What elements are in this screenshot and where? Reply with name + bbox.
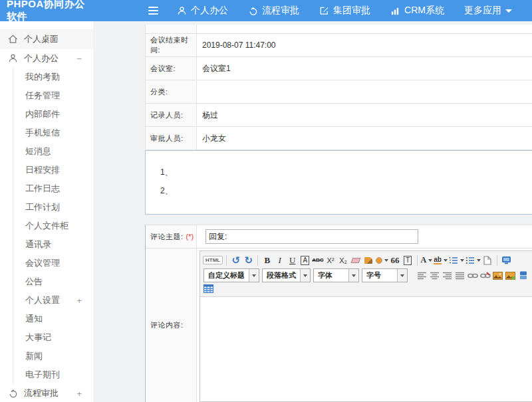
sidebar-item-personal-office[interactable]: 个人办公 − — [0, 49, 94, 68]
nav-group-approval[interactable]: 集团审批 — [319, 5, 370, 17]
highlight-color-button[interactable]: ab — [434, 254, 448, 266]
field-value: 2019-08-07 11:47:00 — [197, 34, 532, 56]
superscript-button[interactable]: X² — [325, 254, 336, 266]
top-bar: PHPOA协同办公软件 个人办公 流程审批 集团审批 CRM系统 更多应用 — [0, 0, 532, 21]
collapse-toggle[interactable]: − — [76, 54, 82, 64]
person-icon — [177, 6, 187, 16]
sidebar-item-task-management[interactable]: 任务管理 — [0, 86, 94, 105]
font-size-dropdown[interactable]: 字号 — [362, 268, 408, 282]
sidebar-item-workflow-approval[interactable]: 流程审批 + — [0, 384, 94, 402]
brush-icon — [364, 257, 372, 264]
expand-toggle[interactable]: + — [76, 389, 82, 399]
comment-subject-input[interactable] — [205, 229, 418, 244]
redo-button[interactable]: ↻ — [243, 254, 254, 266]
unordered-list-button[interactable] — [466, 254, 481, 266]
blockquote-button[interactable]: 66 — [390, 254, 401, 266]
toolbar-row-2: 自定义标题 段落格式 字体 字号 — [202, 268, 530, 283]
chevron-down-icon — [477, 259, 481, 262]
sidebar-item-major-events[interactable]: 大事记 — [0, 328, 94, 347]
eraser-button[interactable] — [350, 254, 362, 266]
sidebar-item-notice[interactable]: 通知 — [0, 310, 94, 328]
field-value — [197, 80, 532, 103]
sidebar-item-internal-mail[interactable]: 内部邮件 — [0, 105, 94, 124]
sidebar-item-news[interactable]: 新闻 — [0, 347, 94, 365]
document-icon — [483, 256, 491, 265]
align-left-button[interactable] — [416, 269, 428, 282]
sidebar-item-sms[interactable]: 手机短信 — [0, 124, 94, 142]
chevron-down-icon — [348, 269, 358, 282]
field-value: 杨过 — [197, 104, 532, 126]
hamburger-menu-icon[interactable] — [148, 7, 158, 15]
custom-heading-dropdown[interactable]: 自定义标题 — [203, 268, 259, 282]
table-icon — [203, 284, 213, 293]
fullscreen-button[interactable] — [501, 254, 512, 266]
insert-image-button[interactable] — [492, 269, 503, 282]
sidebar-item-work-plan[interactable]: 工作计划 — [0, 198, 94, 217]
format-painter-button[interactable] — [363, 254, 374, 266]
align-right-button[interactable] — [442, 269, 453, 282]
required-mark: (*) — [186, 233, 194, 241]
paragraph-format-dropdown[interactable]: 段落格式 — [262, 268, 311, 282]
comment-content-label: 评论内容: — [146, 249, 197, 402]
sidebar-item-personal-files[interactable]: 个人文件柜 — [0, 217, 94, 235]
comment-subject-row: 评论主题: (*) — [146, 225, 532, 249]
sidebar-item-announcement[interactable]: 公告 — [0, 272, 94, 291]
nav-label: 更多应用 — [464, 5, 501, 17]
nav-more-apps[interactable]: 更多应用 — [464, 5, 512, 17]
insert-link-button[interactable] — [467, 269, 478, 282]
html-source-button[interactable]: HTML — [203, 256, 223, 264]
align-left-icon — [418, 272, 427, 280]
nav-workflow-approval[interactable]: 流程审批 — [248, 5, 299, 17]
sidebar-item-personal-desktop[interactable]: 个人桌面 — [0, 29, 94, 49]
nav-label: 个人办公 — [191, 5, 228, 17]
underline-button[interactable]: U — [287, 254, 298, 266]
content-line: 1、 — [160, 163, 532, 181]
link-icon — [467, 272, 478, 279]
table-row-recorder: 记录人员: 杨过 — [146, 104, 532, 127]
editor-toolbar: HTML ↺ ↻ B I U A ABC X² X₂ — [200, 251, 532, 297]
sidebar-item-e-journal[interactable]: 电子期刊 — [0, 365, 94, 384]
insert-image-alt-button[interactable] — [505, 269, 516, 282]
sidebar-item-my-attendance[interactable]: 我的考勤 — [0, 68, 94, 86]
align-justify-button[interactable] — [454, 269, 466, 282]
font-style-button[interactable]: A — [301, 256, 309, 265]
remove-link-button[interactable] — [479, 269, 491, 282]
insert-media-button[interactable] — [517, 269, 529, 282]
subscript-button[interactable]: X₂ — [338, 254, 349, 266]
sidebar-item-schedule[interactable]: 日程安排 — [0, 161, 94, 179]
sidebar-item-contacts[interactable]: 通讯录 — [0, 235, 94, 254]
sidebar-item-short-message[interactable]: 短消息 — [0, 142, 94, 161]
home-icon — [8, 35, 18, 45]
nav-personal-office[interactable]: 个人办公 — [177, 5, 228, 17]
sidebar-item-meeting-management[interactable]: 会议管理 — [0, 254, 94, 272]
table-row-end-time: 会议结束时间: 2019-08-07 11:47:00 — [146, 34, 532, 57]
font-family-dropdown[interactable]: 字体 — [313, 268, 359, 282]
comment-form-table: 评论主题: (*) 评论内容: HTML ↺ ↻ — [145, 225, 532, 402]
monitor-icon — [501, 256, 511, 264]
ordered-list-icon — [449, 256, 458, 264]
expand-toggle[interactable]: + — [76, 296, 82, 306]
italic-button[interactable]: I — [274, 254, 285, 266]
paste-from-word-button[interactable]: T — [404, 256, 412, 265]
strikethrough-button[interactable]: ABC — [312, 254, 323, 266]
nav-label: 流程审批 — [262, 5, 299, 17]
color-palette-button[interactable] — [376, 254, 388, 266]
meeting-detail-table: 会议结束时间: 2019-08-07 11:47:00 会议室: 会议室1 分类… — [145, 25, 532, 150]
new-document-button[interactable] — [482, 254, 493, 266]
image-icon — [493, 272, 503, 280]
bold-button[interactable]: B — [261, 254, 273, 266]
align-center-button[interactable] — [429, 269, 440, 282]
undo-button[interactable]: ↺ — [230, 254, 241, 266]
nav-crm-system[interactable]: CRM系统 — [390, 5, 444, 17]
nav-label: 集团审批 — [333, 5, 370, 17]
unordered-list-icon — [466, 256, 475, 264]
ordered-list-button[interactable] — [449, 254, 464, 266]
content-line: 2、 — [160, 181, 532, 200]
font-color-button[interactable]: A — [421, 254, 433, 266]
sidebar-item-work-log[interactable]: 工作日志 — [0, 179, 94, 198]
chevron-down-icon — [300, 269, 310, 282]
sidebar-item-personal-settings[interactable]: 个人设置+ — [0, 291, 94, 310]
insert-table-button[interactable] — [203, 282, 214, 295]
editor-content-area[interactable] — [200, 297, 532, 401]
chevron-down-icon — [444, 259, 448, 262]
